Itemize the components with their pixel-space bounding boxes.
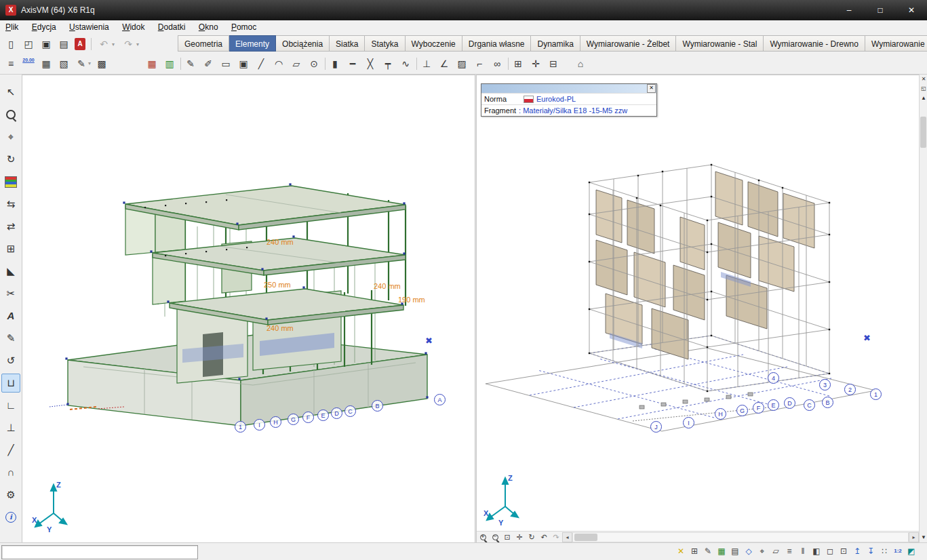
polygon-select-icon[interactable]: ◣ <box>1 262 20 281</box>
undo-view-icon[interactable]: ↶ <box>538 532 550 542</box>
tab-wymiarowanie-zelbet[interactable]: Wymiarowanie - Żelbet <box>580 35 677 52</box>
wireframe-mode-icon[interactable]: ◻ <box>824 545 836 557</box>
line-element-icon[interactable]: ╱ <box>253 56 269 72</box>
fragment-value[interactable]: : Materiały/Silka E18 -15-M5 zzw <box>519 106 627 115</box>
nodal-dof-icon[interactable]: ✛ <box>528 56 544 72</box>
menu-edycja[interactable]: Edycja <box>26 20 62 35</box>
tab-drgania-wlasne[interactable]: Drgania własne <box>462 35 532 52</box>
close-button[interactable]: ✕ <box>896 0 927 20</box>
tab-siatka[interactable]: Siatka <box>330 35 365 52</box>
pane-close-icon[interactable]: ✕ <box>920 75 927 84</box>
zoom-fit-icon[interactable]: ⊡ <box>501 532 513 542</box>
column-element-icon[interactable]: ▮ <box>327 56 343 72</box>
gallery-icon[interactable]: ▩ <box>94 56 110 72</box>
menu-plik[interactable]: Plik <box>0 20 24 35</box>
material-table-icon[interactable]: ▦ <box>144 56 160 72</box>
info-panel-titlebar[interactable]: ✕ <box>481 84 656 93</box>
measure-tool-icon[interactable]: ╱ <box>1 441 20 460</box>
text-annotation-icon[interactable]: A <box>1 306 20 325</box>
local-axes-icon[interactable]: ⌖ <box>756 545 768 557</box>
workplane-icon[interactable]: ▱ <box>770 545 782 557</box>
element-info-icon[interactable]: i <box>1 508 20 527</box>
move-up-icon[interactable]: ↥ <box>851 545 863 557</box>
arc-element-icon[interactable]: ◠ <box>271 56 287 72</box>
scrollbar-thumb[interactable] <box>920 117 926 148</box>
domain-icon[interactable]: ▭ <box>218 56 234 72</box>
extrude-icon[interactable]: ⊔ <box>1 374 20 393</box>
tab-statyka[interactable]: Statyka <box>365 35 405 52</box>
move-down-icon[interactable]: ↧ <box>865 545 877 557</box>
print-icon[interactable]: ▤ <box>57 37 71 51</box>
tab-wyboczenie[interactable]: Wyboczenie <box>406 35 462 52</box>
open-file-icon[interactable]: ◰ <box>22 37 35 51</box>
redo-icon[interactable]: ↷ <box>121 37 135 51</box>
tab-wymiarowanie-next[interactable]: Wymiarowanie - M <box>865 35 927 52</box>
tab-wymiarowanie-stal[interactable]: Wymiarowanie - Stal <box>676 35 764 52</box>
pan-icon[interactable]: ✛ <box>513 532 526 542</box>
model-view-right[interactable]: ✕ Norma Eurokod-PL Fragment : Materiały/… <box>477 75 919 543</box>
cut-elements-icon[interactable]: ✂ <box>1 284 20 303</box>
spring-element-icon[interactable]: ∿ <box>397 56 414 72</box>
drawings-dropdown-icon[interactable]: ▾ <box>88 60 94 66</box>
tab-obciazenia[interactable]: Obciążenia <box>276 35 330 52</box>
clamp-tool-icon[interactable]: ∩ <box>1 463 20 482</box>
norma-value[interactable]: Eurokod-PL <box>536 95 576 103</box>
edge-hinge-icon[interactable]: ⌐ <box>471 56 488 72</box>
translate-icon[interactable]: ⇆ <box>1 195 20 214</box>
maximize-button[interactable]: □ <box>865 0 896 20</box>
align-tool-icon[interactable]: ⊥ <box>1 418 20 437</box>
minimize-button[interactable]: – <box>833 0 865 20</box>
menu-okno[interactable]: Okno <box>193 20 224 35</box>
grid-toggle-icon[interactable]: ∷ <box>878 545 890 557</box>
table-browser-icon[interactable]: ▦ <box>38 56 54 72</box>
menu-dodatki[interactable]: Dodatki <box>153 20 191 35</box>
zoom-out-icon[interactable]: − <box>489 532 501 542</box>
sections-icon[interactable]: ▤ <box>729 545 741 557</box>
modify-objects-icon[interactable]: ✐ <box>200 56 216 72</box>
report-maker-icon[interactable]: ▧ <box>56 56 72 72</box>
mesh-display-icon[interactable]: ⊞ <box>688 545 701 557</box>
model-view-left[interactable]: 240 mm 250 mm 240 mm 240 mm 190 mm 1 I H… <box>22 75 475 543</box>
parts-icon[interactable]: ▦ <box>715 545 728 557</box>
rotate-view-icon[interactable]: ↻ <box>526 532 538 542</box>
save-icon[interactable]: ▣ <box>39 37 53 51</box>
zoom-fit-icon[interactable]: ⊡ <box>837 545 850 557</box>
mesh-edit-icon[interactable]: ✎ <box>702 545 714 557</box>
select-cursor-icon[interactable]: ↖ <box>1 83 20 102</box>
perspective-view-icon[interactable]: ◩ <box>905 545 918 557</box>
tab-elementy[interactable]: Elementy <box>229 35 276 52</box>
vertical-scrollbar[interactable]: ✕ ◱ ▲ ▼ <box>919 75 927 542</box>
horizontal-scrollbar[interactable] <box>572 532 909 542</box>
tab-wymiarowanie-drewno[interactable]: Wymiarowanie - Drewno <box>764 35 865 52</box>
node-element-icon[interactable]: ⊙ <box>306 56 322 72</box>
layers-icon[interactable]: ≡ <box>783 545 795 557</box>
scroll-up-icon[interactable]: ▲ <box>920 94 927 103</box>
pdf-export-icon[interactable]: A <box>75 38 85 50</box>
redo-view-icon[interactable]: ↷ <box>550 532 562 542</box>
guidelines-icon[interactable]: ‖ <box>797 545 809 557</box>
tab-geometria[interactable]: Geometria <box>178 35 229 52</box>
undo-dropdown-icon[interactable]: ▾ <box>112 41 117 47</box>
render-mode-icon[interactable]: ◧ <box>810 545 823 557</box>
scroll-down-icon[interactable]: ▼ <box>920 533 927 542</box>
info-panel-close-icon[interactable]: ✕ <box>647 84 656 93</box>
mirror-icon[interactable]: ⇄ <box>1 217 20 236</box>
domain-hole-icon[interactable]: ▣ <box>235 56 252 72</box>
mesh-generation-icon[interactable]: ⊞ <box>510 56 526 72</box>
truss-element-icon[interactable]: ╳ <box>362 56 378 72</box>
menu-ustawienia[interactable]: Ustawienia <box>64 20 115 35</box>
rotate-object-icon[interactable]: ↺ <box>1 351 20 370</box>
settings-wrench-icon[interactable]: ⚙ <box>1 485 20 504</box>
menu-pomoc[interactable]: Pomoc <box>226 20 262 35</box>
scrollbar-thumb[interactable] <box>574 534 597 541</box>
surface-element-icon[interactable]: ▱ <box>288 56 304 72</box>
cross-section-table-icon[interactable]: ▥ <box>161 56 178 72</box>
pane-restore-icon[interactable]: ◱ <box>920 84 927 94</box>
surface-support-icon[interactable]: ▨ <box>454 56 470 72</box>
norma-info-panel[interactable]: ✕ Norma Eurokod-PL Fragment : Materiały/… <box>481 83 657 117</box>
refresh-view-icon[interactable]: ↻ <box>1 150 20 169</box>
scroll-left-icon[interactable]: ◂ <box>562 532 572 542</box>
storeys-icon[interactable]: ⌂ <box>572 56 589 72</box>
beam-element-icon[interactable]: ━ <box>344 56 361 72</box>
new-file-icon[interactable]: ▯ <box>4 37 18 51</box>
